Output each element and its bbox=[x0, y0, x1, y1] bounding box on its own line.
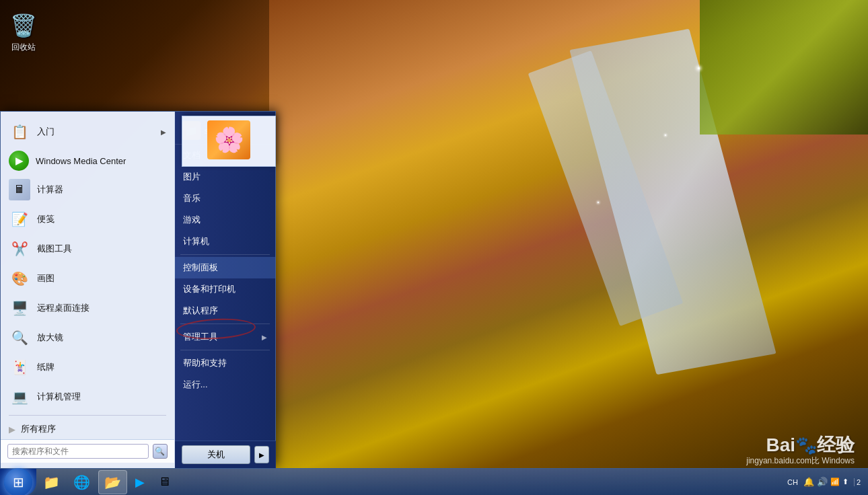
getting-started-label: 入门 bbox=[37, 126, 154, 138]
right-divider-3 bbox=[180, 350, 270, 350]
right-menu-admin-tools[interactable]: 管理工具 ▶ bbox=[175, 326, 275, 348]
windows-logo-icon: ⊞ bbox=[13, 474, 24, 490]
admin-tools-arrow: ▶ bbox=[262, 334, 267, 341]
taskbar-windows-explorer[interactable]: 📂 bbox=[98, 470, 127, 494]
baidu-url: jingyan.baidu.com比 Windows bbox=[746, 455, 855, 467]
shutdown-button[interactable]: 关机 bbox=[182, 445, 250, 464]
sticky-notes-icon: 📝 bbox=[9, 208, 30, 230]
menu-item-magnifier[interactable]: 🔍 放大镜 bbox=[1, 323, 174, 352]
all-programs-label: 所有程序 bbox=[21, 423, 56, 435]
software-folder-popup: 🌸 bbox=[182, 116, 276, 167]
start-button[interactable]: ⊞ bbox=[0, 469, 36, 496]
recycle-bin-icon: 🗑️ bbox=[10, 10, 37, 40]
getting-started-arrow: ▶ bbox=[161, 128, 166, 136]
help-label: 帮助和支持 bbox=[183, 357, 227, 369]
right-divider-2 bbox=[180, 323, 270, 324]
menu-divider bbox=[9, 415, 166, 416]
calculator-label: 计算器 bbox=[37, 184, 166, 196]
menu-item-getting-started[interactable]: 📋 入门 ▶ bbox=[1, 117, 174, 147]
solitaire-icon: 🃏 bbox=[9, 356, 30, 378]
show-desktop-button[interactable]: 2 bbox=[854, 478, 863, 486]
devices-printers-label: 设备和打印机 bbox=[183, 283, 236, 295]
right-menu-computer[interactable]: 计算机 bbox=[175, 231, 275, 252]
taskbar-explorer[interactable]: 📁 bbox=[38, 470, 65, 494]
shutdown-arrow-button[interactable]: ▶ bbox=[254, 446, 269, 463]
taskbar: ⊞ 📁 🌐 📂 ▶ 🖥 CH 🔔 🔊 📶 ⬆ 2 bbox=[0, 468, 868, 495]
system-tray: CH 🔔 🔊 📶 ⬆ 2 bbox=[785, 477, 868, 487]
right-menu-games[interactable]: 游戏 bbox=[175, 209, 275, 231]
default-programs-label: 默认程序 bbox=[183, 305, 218, 317]
right-menu-devices-printers[interactable]: 设备和打印机 bbox=[175, 278, 275, 300]
search-button[interactable]: 🔍 bbox=[153, 444, 168, 459]
sticky-notes-label: 便笺 bbox=[37, 213, 166, 225]
software-folder-large-icon: 🌸 bbox=[207, 120, 250, 159]
paint-icon: 🎨 bbox=[9, 268, 30, 289]
right-menu-help[interactable]: 帮助和支持 bbox=[175, 352, 275, 374]
snipping-label: 截图工具 bbox=[37, 243, 166, 255]
tray-icon-4: ⬆ bbox=[842, 478, 848, 486]
search-input[interactable] bbox=[7, 444, 149, 459]
menu-item-wmc[interactable]: ▶ Windows Media Center bbox=[1, 147, 174, 175]
right-menu-pictures[interactable]: 图片 bbox=[175, 166, 275, 188]
right-menu-default-programs[interactable]: 默认程序 bbox=[175, 300, 275, 321]
menu-item-calculator[interactable]: 🖩 计算器 bbox=[1, 175, 174, 204]
magnifier-label: 放大镜 bbox=[37, 332, 166, 344]
menu-item-computer-mgmt[interactable]: 💻 计算机管理 bbox=[1, 382, 174, 412]
menu-item-sticky-notes[interactable]: 📝 便笺 bbox=[1, 204, 174, 234]
solitaire-label: 纸牌 bbox=[37, 361, 166, 373]
baidu-watermark: Bai🐾经验 bbox=[766, 432, 855, 458]
right-menu-control-panel[interactable]: 控制面板 bbox=[175, 257, 275, 278]
computer-label: 计算机 bbox=[183, 235, 209, 248]
menu-item-paint[interactable]: 🎨 画图 bbox=[1, 264, 174, 293]
tray-icon-3[interactable]: 📶 bbox=[830, 478, 840, 486]
snipping-icon: ✂️ bbox=[9, 238, 30, 260]
games-label: 游戏 bbox=[183, 214, 201, 226]
getting-started-icon: 📋 bbox=[9, 121, 30, 143]
wmc-label: Windows Media Center bbox=[36, 156, 166, 166]
tray-icon-1: 🔔 bbox=[803, 477, 814, 487]
computer-mgmt-icon: 💻 bbox=[9, 386, 30, 408]
magnifier-icon: 🔍 bbox=[9, 327, 30, 348]
music-label: 音乐 bbox=[183, 192, 201, 204]
search-box: 🔍 bbox=[1, 439, 174, 463]
right-menu-run[interactable]: 运行... bbox=[175, 374, 275, 395]
menu-item-remote-desktop[interactable]: 🖥️ 远程桌面连接 bbox=[1, 293, 174, 323]
pictures-label: 图片 bbox=[183, 171, 201, 183]
right-menu-music[interactable]: 音乐 bbox=[175, 188, 275, 209]
menu-item-solitaire[interactable]: 🃏 纸牌 bbox=[1, 352, 174, 382]
calculator-icon: 🖩 bbox=[9, 179, 30, 200]
start-orb: ⊞ bbox=[4, 468, 32, 496]
taskbar-ie[interactable]: 🌐 bbox=[68, 470, 96, 494]
remote-desktop-label: 远程桌面连接 bbox=[37, 302, 166, 314]
run-label: 运行... bbox=[183, 379, 208, 391]
recycle-bin-label: 回收站 bbox=[11, 42, 36, 53]
menu-item-snipping[interactable]: ✂️ 截图工具 bbox=[1, 234, 174, 264]
computer-mgmt-label: 计算机管理 bbox=[37, 391, 166, 403]
recycle-bin[interactable]: 🗑️ 回收站 bbox=[10, 10, 37, 53]
taskbar-media-player[interactable]: ▶ bbox=[130, 470, 150, 494]
taskbar-unknown[interactable]: 🖥 bbox=[153, 470, 176, 494]
remote-desktop-icon: 🖥️ bbox=[9, 297, 30, 319]
all-programs[interactable]: ▶ 所有程序 bbox=[1, 419, 174, 439]
menu-left-panel: 📋 入门 ▶ ▶ Windows Media Center 🖩 计算器 📝 便笺… bbox=[1, 112, 175, 468]
shutdown-row: 关机 ▶ bbox=[175, 441, 276, 468]
control-panel-label: 控制面板 bbox=[183, 262, 218, 274]
tray-lang: CH bbox=[785, 478, 801, 486]
shutdown-label: 关机 bbox=[207, 449, 225, 459]
tray-icon-2[interactable]: 🔊 bbox=[817, 477, 828, 487]
right-divider-1 bbox=[180, 254, 270, 255]
wmc-icon: ▶ bbox=[9, 151, 29, 171]
admin-tools-label: 管理工具 bbox=[183, 331, 218, 343]
paint-label: 画图 bbox=[37, 272, 166, 284]
